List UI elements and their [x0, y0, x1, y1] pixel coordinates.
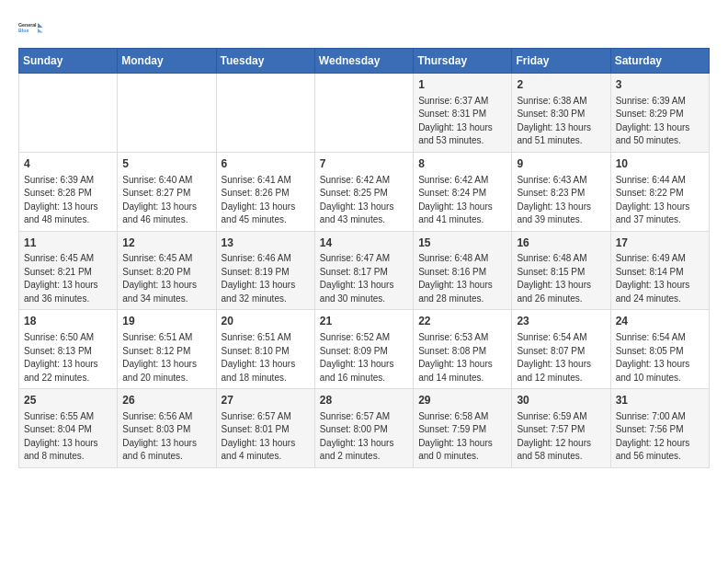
- header-wednesday: Wednesday: [314, 49, 413, 74]
- calendar-cell: 7Sunrise: 6:42 AM Sunset: 8:25 PM Daylig…: [314, 152, 413, 231]
- day-number: 6: [222, 156, 310, 172]
- day-info: Sunrise: 6:38 AM Sunset: 8:30 PM Dayligh…: [517, 95, 605, 148]
- day-number: 13: [222, 236, 310, 251]
- header-friday: Friday: [512, 49, 610, 74]
- calendar-cell: 5Sunrise: 6:40 AM Sunset: 8:27 PM Daylig…: [118, 152, 216, 231]
- day-info: Sunrise: 6:52 AM Sunset: 8:09 PM Dayligh…: [320, 331, 408, 385]
- day-number: 24: [616, 314, 704, 329]
- day-info: Sunrise: 6:50 AM Sunset: 8:13 PM Dayligh…: [24, 331, 112, 385]
- day-info: Sunrise: 6:58 AM Sunset: 7:59 PM Dayligh…: [418, 410, 506, 464]
- calendar-header: SundayMondayTuesdayWednesdayThursdayFrid…: [19, 49, 710, 74]
- calendar-cell: 21Sunrise: 6:52 AM Sunset: 8:09 PM Dayli…: [314, 310, 413, 389]
- day-number: 27: [222, 393, 310, 408]
- logo: GeneralBlue: [18, 15, 44, 40]
- day-number: 16: [517, 236, 605, 251]
- calendar-cell: 11Sunrise: 6:45 AM Sunset: 8:21 PM Dayli…: [19, 231, 118, 310]
- day-info: Sunrise: 6:48 AM Sunset: 8:16 PM Dayligh…: [418, 252, 506, 305]
- calendar-cell: [314, 74, 413, 153]
- day-info: Sunrise: 6:45 AM Sunset: 8:21 PM Dayligh…: [24, 252, 112, 305]
- day-info: Sunrise: 7:00 AM Sunset: 7:56 PM Dayligh…: [616, 410, 704, 464]
- header-tuesday: Tuesday: [216, 49, 314, 74]
- day-info: Sunrise: 6:54 AM Sunset: 8:05 PM Dayligh…: [616, 331, 704, 385]
- day-number: 3: [616, 77, 704, 93]
- day-number: 17: [616, 236, 704, 251]
- svg-text:General: General: [18, 22, 37, 28]
- day-number: 5: [122, 156, 210, 172]
- day-number: 8: [418, 156, 506, 172]
- week-row-2: 4Sunrise: 6:39 AM Sunset: 8:28 PM Daylig…: [19, 152, 710, 231]
- day-number: 2: [517, 77, 605, 93]
- day-number: 11: [24, 236, 112, 251]
- calendar-cell: 1Sunrise: 6:37 AM Sunset: 8:31 PM Daylig…: [414, 74, 512, 153]
- calendar-cell: 2Sunrise: 6:38 AM Sunset: 8:30 PM Daylig…: [512, 74, 610, 153]
- week-row-3: 11Sunrise: 6:45 AM Sunset: 8:21 PM Dayli…: [19, 231, 710, 310]
- calendar-table: SundayMondayTuesdayWednesdayThursdayFrid…: [18, 48, 710, 468]
- day-info: Sunrise: 6:42 AM Sunset: 8:25 PM Dayligh…: [320, 174, 408, 227]
- day-number: 7: [320, 156, 408, 172]
- day-info: Sunrise: 6:46 AM Sunset: 8:19 PM Dayligh…: [222, 252, 310, 305]
- calendar-cell: 22Sunrise: 6:53 AM Sunset: 8:08 PM Dayli…: [414, 310, 512, 389]
- week-row-1: 1Sunrise: 6:37 AM Sunset: 8:31 PM Daylig…: [19, 74, 710, 153]
- day-number: 31: [616, 393, 704, 408]
- day-info: Sunrise: 6:59 AM Sunset: 7:57 PM Dayligh…: [517, 410, 605, 464]
- day-number: 9: [517, 156, 605, 172]
- calendar-cell: 27Sunrise: 6:57 AM Sunset: 8:01 PM Dayli…: [216, 389, 314, 468]
- calendar-cell: 23Sunrise: 6:54 AM Sunset: 8:07 PM Dayli…: [512, 310, 610, 389]
- page-header: GeneralBlue: [18, 15, 710, 40]
- calendar-cell: 28Sunrise: 6:57 AM Sunset: 8:00 PM Dayli…: [314, 389, 413, 468]
- calendar-cell: 30Sunrise: 6:59 AM Sunset: 7:57 PM Dayli…: [512, 389, 610, 468]
- day-number: 26: [122, 393, 210, 408]
- day-info: Sunrise: 6:55 AM Sunset: 8:04 PM Dayligh…: [24, 410, 112, 464]
- day-info: Sunrise: 6:45 AM Sunset: 8:20 PM Dayligh…: [122, 252, 210, 305]
- day-info: Sunrise: 6:49 AM Sunset: 8:14 PM Dayligh…: [616, 252, 704, 305]
- week-row-4: 18Sunrise: 6:50 AM Sunset: 8:13 PM Dayli…: [19, 310, 710, 389]
- header-monday: Monday: [118, 49, 216, 74]
- calendar-cell: 19Sunrise: 6:51 AM Sunset: 8:12 PM Dayli…: [118, 310, 216, 389]
- header-thursday: Thursday: [414, 49, 512, 74]
- day-number: 29: [418, 393, 506, 408]
- day-info: Sunrise: 6:57 AM Sunset: 8:00 PM Dayligh…: [320, 410, 408, 464]
- calendar-cell: 26Sunrise: 6:56 AM Sunset: 8:03 PM Dayli…: [118, 389, 216, 468]
- day-info: Sunrise: 6:53 AM Sunset: 8:08 PM Dayligh…: [418, 331, 506, 385]
- calendar-cell: 15Sunrise: 6:48 AM Sunset: 8:16 PM Dayli…: [414, 231, 512, 310]
- header-saturday: Saturday: [610, 49, 709, 74]
- header-row: SundayMondayTuesdayWednesdayThursdayFrid…: [19, 49, 710, 74]
- day-info: Sunrise: 6:51 AM Sunset: 8:10 PM Dayligh…: [222, 331, 310, 385]
- day-number: 22: [418, 314, 506, 329]
- day-number: 20: [222, 314, 310, 329]
- calendar-cell: [118, 74, 216, 153]
- calendar-cell: 10Sunrise: 6:44 AM Sunset: 8:22 PM Dayli…: [610, 152, 709, 231]
- calendar-cell: 14Sunrise: 6:47 AM Sunset: 8:17 PM Dayli…: [314, 231, 413, 310]
- calendar-cell: 12Sunrise: 6:45 AM Sunset: 8:20 PM Dayli…: [118, 231, 216, 310]
- day-info: Sunrise: 6:56 AM Sunset: 8:03 PM Dayligh…: [122, 410, 210, 464]
- week-row-5: 25Sunrise: 6:55 AM Sunset: 8:04 PM Dayli…: [19, 389, 710, 468]
- calendar-cell: 20Sunrise: 6:51 AM Sunset: 8:10 PM Dayli…: [216, 310, 314, 389]
- svg-marker-2: [38, 23, 43, 28]
- header-sunday: Sunday: [19, 49, 118, 74]
- day-number: 4: [24, 156, 112, 172]
- calendar-cell: 3Sunrise: 6:39 AM Sunset: 8:29 PM Daylig…: [610, 74, 709, 153]
- day-number: 23: [517, 314, 605, 329]
- day-number: 30: [517, 393, 605, 408]
- calendar-cell: 4Sunrise: 6:39 AM Sunset: 8:28 PM Daylig…: [19, 152, 118, 231]
- day-number: 14: [320, 236, 408, 251]
- calendar-cell: 6Sunrise: 6:41 AM Sunset: 8:26 PM Daylig…: [216, 152, 314, 231]
- day-info: Sunrise: 6:43 AM Sunset: 8:23 PM Dayligh…: [517, 174, 605, 227]
- day-info: Sunrise: 6:57 AM Sunset: 8:01 PM Dayligh…: [222, 410, 310, 464]
- calendar-cell: 25Sunrise: 6:55 AM Sunset: 8:04 PM Dayli…: [19, 389, 118, 468]
- calendar-cell: [216, 74, 314, 153]
- day-number: 19: [122, 314, 210, 329]
- day-info: Sunrise: 6:42 AM Sunset: 8:24 PM Dayligh…: [418, 174, 506, 227]
- calendar-cell: 8Sunrise: 6:42 AM Sunset: 8:24 PM Daylig…: [414, 152, 512, 231]
- calendar-cell: 24Sunrise: 6:54 AM Sunset: 8:05 PM Dayli…: [610, 310, 709, 389]
- svg-marker-3: [38, 29, 43, 33]
- svg-text:Blue: Blue: [18, 28, 28, 33]
- calendar-cell: 29Sunrise: 6:58 AM Sunset: 7:59 PM Dayli…: [414, 389, 512, 468]
- day-info: Sunrise: 6:39 AM Sunset: 8:29 PM Dayligh…: [616, 95, 704, 148]
- calendar-cell: 16Sunrise: 6:48 AM Sunset: 8:15 PM Dayli…: [512, 231, 610, 310]
- calendar-cell: 31Sunrise: 7:00 AM Sunset: 7:56 PM Dayli…: [610, 389, 709, 468]
- day-number: 18: [24, 314, 112, 329]
- calendar-cell: 13Sunrise: 6:46 AM Sunset: 8:19 PM Dayli…: [216, 231, 314, 310]
- day-number: 12: [122, 236, 210, 251]
- calendar-cell: [19, 74, 118, 153]
